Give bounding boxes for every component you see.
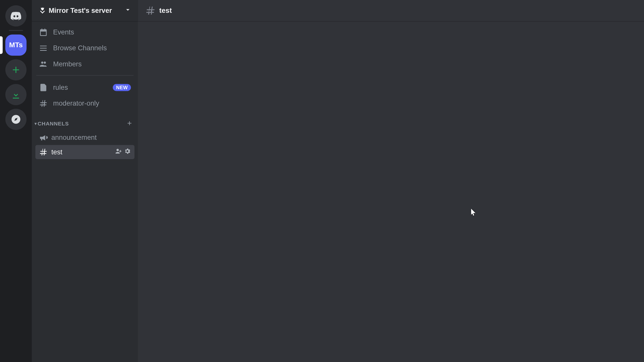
browse-icon <box>39 44 48 53</box>
main-area: test ? Welcome to #test! This is the sta… <box>138 0 644 362</box>
calendar-icon <box>39 28 48 37</box>
add-server-button[interactable] <box>5 59 26 80</box>
hash-icon <box>39 99 48 108</box>
new-badge: NEW <box>113 84 131 91</box>
person-plus-icon <box>115 148 122 155</box>
server-boost-icon <box>39 7 46 14</box>
rules-icon <box>39 83 48 92</box>
channel-rules[interactable]: rules NEW <box>35 80 135 95</box>
channel-header-name: test <box>159 7 172 15</box>
category-channels[interactable]: ▾ CHANNELS + <box>32 112 138 130</box>
sidebar-scroll[interactable]: Events Browse Channels Members rules NEW… <box>32 21 138 362</box>
compass-icon <box>11 114 21 125</box>
mouse-cursor <box>471 209 476 216</box>
server-dropdown[interactable]: Mirror Test's server <box>32 0 138 21</box>
channel-test[interactable]: test <box>35 145 135 159</box>
sidebar-item-label: Events <box>53 28 74 36</box>
gear-icon <box>124 148 131 155</box>
chevron-down-icon <box>124 6 132 16</box>
sidebar-item-label: Browse Channels <box>53 44 107 52</box>
server-name: Mirror Test's server <box>49 7 112 15</box>
channel-header: test ? <box>138 0 644 21</box>
plus-icon <box>11 65 21 75</box>
discord-logo-icon <box>10 10 22 22</box>
add-channel-button[interactable]: + <box>127 119 132 128</box>
megaphone-icon <box>39 133 48 142</box>
channel-label: test <box>51 148 111 156</box>
rail-separator <box>9 30 23 31</box>
sidebar-item-browse-channels[interactable]: Browse Channels <box>35 41 135 56</box>
chevron-down-icon: ▾ <box>34 121 37 126</box>
download-apps-button[interactable] <box>5 84 26 105</box>
channel-label: announcement <box>51 133 131 142</box>
server-selection-indicator <box>0 36 3 54</box>
channel-announcement[interactable]: announcement <box>35 130 135 145</box>
server-abbr: MTs <box>9 41 23 49</box>
hash-icon <box>39 148 48 156</box>
dm-home-button[interactable] <box>5 5 26 26</box>
sidebar-separator <box>36 75 134 76</box>
members-icon <box>39 60 48 68</box>
category-label: CHANNELS <box>37 120 127 127</box>
invite-button[interactable] <box>115 148 122 156</box>
sidebar-item-members[interactable]: Members <box>35 57 135 72</box>
explore-servers-button[interactable] <box>5 109 26 130</box>
channel-settings-button[interactable] <box>124 148 131 156</box>
channel-moderator-only[interactable]: moderator-only <box>35 96 135 111</box>
sidebar-item-events[interactable]: Events <box>35 25 135 40</box>
chat-body: Welcome to #test! This is the start of t… <box>138 21 644 362</box>
server-selected[interactable]: MTs <box>5 34 26 56</box>
sidebar-item-label: Members <box>53 60 82 68</box>
download-icon <box>11 89 21 100</box>
server-rail: MTs <box>0 0 32 362</box>
channel-sidebar: Mirror Test's server Events Browse Chann… <box>32 0 138 362</box>
channel-label: moderator-only <box>53 100 99 108</box>
channel-label: rules <box>53 83 68 92</box>
hash-icon <box>145 5 156 16</box>
